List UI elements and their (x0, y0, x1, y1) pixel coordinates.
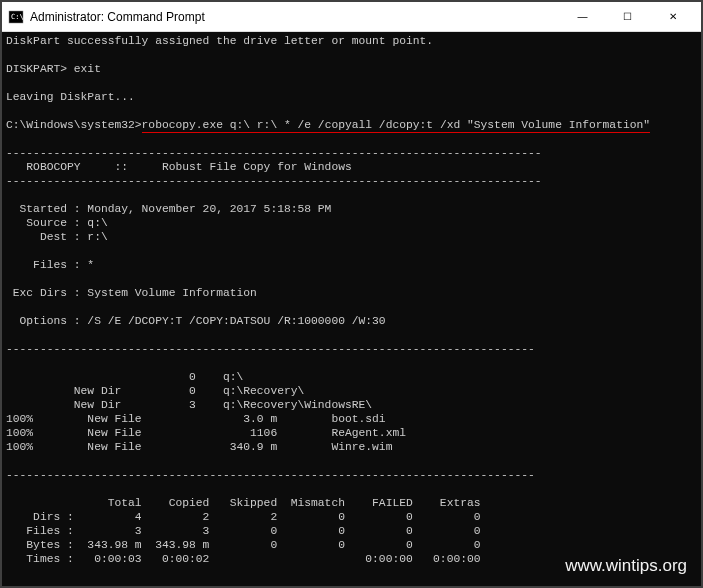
out-line: 100% New File 1106 ReAgent.xml (6, 427, 406, 439)
out-line: DISKPART> exit (6, 63, 101, 75)
out-line: 0 q:\ (6, 371, 243, 383)
prompt: C:\Windows\system32> (6, 119, 142, 131)
minimize-button[interactable]: — (560, 3, 605, 31)
out-line: Exc Dirs : System Volume Information (6, 287, 257, 299)
terminal-output[interactable]: DiskPart successfully assigned the drive… (2, 32, 701, 586)
cmd-icon: C:\ (8, 9, 24, 25)
out-line: DiskPart successfully assigned the drive… (6, 35, 433, 47)
out-line: Started : Monday, November 20, 2017 5:18… (6, 203, 331, 215)
svg-text:C:\: C:\ (11, 13, 24, 21)
out-line: Total Copied Skipped Mismatch FAILED Ext… (6, 497, 481, 509)
out-line: 100% New File 340.9 m Winre.wim (6, 441, 392, 453)
out-line: Files : * (6, 259, 94, 271)
maximize-button[interactable]: ☐ (605, 3, 650, 31)
out-line: ROBOCOPY :: Robust File Copy for Windows (6, 161, 352, 173)
out-line: ----------------------------------------… (6, 343, 535, 355)
titlebar: C:\ Administrator: Command Prompt — ☐ ✕ (2, 2, 701, 32)
out-line: Times : 0:00:03 0:00:02 0:00:00 0:00:00 (6, 553, 481, 565)
out-line: ----------------------------------------… (6, 147, 542, 159)
out-line: Source : q:\ (6, 217, 108, 229)
out-line: Options : /S /E /DCOPY:T /COPY:DATSOU /R… (6, 315, 386, 327)
watermark: www.wintips.org (565, 556, 687, 576)
out-line: Dest : r:\ (6, 231, 108, 243)
robocopy-command: robocopy.exe q:\ r:\ * /e /copyall /dcop… (142, 119, 650, 133)
window-title: Administrator: Command Prompt (30, 10, 560, 24)
close-button[interactable]: ✕ (650, 3, 695, 31)
out-line: Dirs : 4 2 2 0 0 0 (6, 511, 481, 523)
out-line: 100% New File 3.0 m boot.sdi (6, 413, 386, 425)
out-line: Bytes : 343.98 m 343.98 m 0 0 0 0 (6, 539, 481, 551)
out-line: ----------------------------------------… (6, 469, 535, 481)
out-line: New Dir 0 q:\Recovery\ (6, 385, 304, 397)
out-line: ----------------------------------------… (6, 175, 542, 187)
out-line: Leaving DiskPart... (6, 91, 135, 103)
out-line: New Dir 3 q:\Recovery\WindowsRE\ (6, 399, 372, 411)
out-line: Files : 3 3 0 0 0 0 (6, 525, 481, 537)
window-controls: — ☐ ✕ (560, 3, 695, 31)
